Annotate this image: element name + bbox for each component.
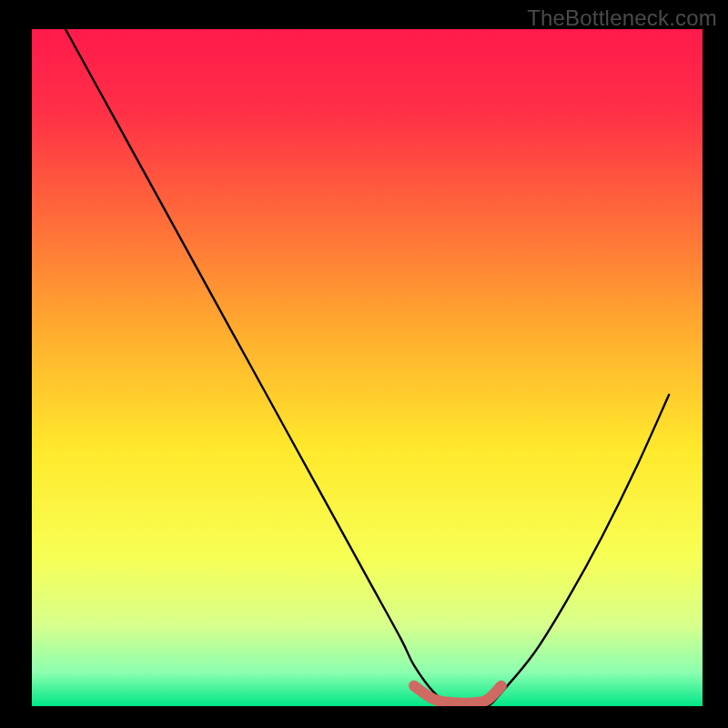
watermark-text: TheBottleneck.com (527, 5, 717, 31)
bottleneck-chart (0, 0, 728, 728)
gradient-background (32, 29, 703, 706)
chart-frame: TheBottleneck.com (0, 0, 728, 728)
